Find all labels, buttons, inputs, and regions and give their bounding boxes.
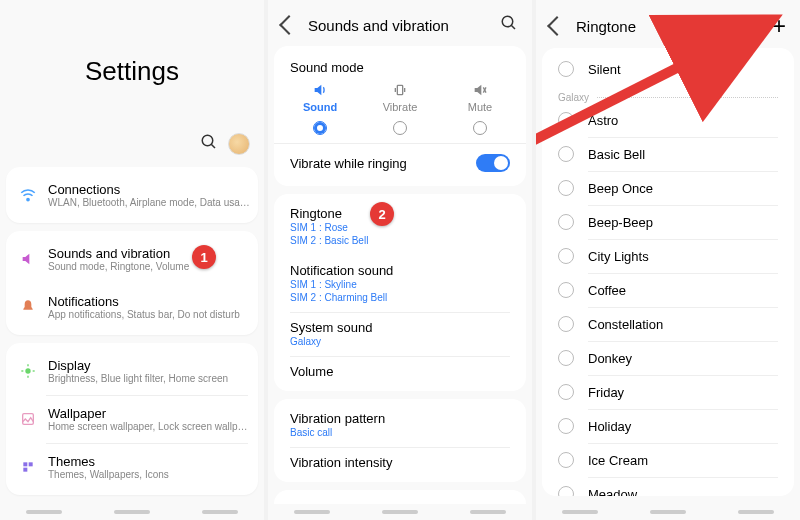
add-icon[interactable]: + <box>772 14 786 38</box>
wifi-icon <box>14 181 42 209</box>
row-subtitle: Brightness, Blue light filter, Home scre… <box>48 373 250 384</box>
nav-bar <box>536 504 800 520</box>
header-title: Ringtone <box>576 18 760 35</box>
item-system-sound[interactable]: System sound Galaxy <box>274 312 526 356</box>
profile-avatar[interactable] <box>228 133 250 155</box>
row-title: Sounds and vibration <box>48 246 250 261</box>
ringtone-screen: Ringtone + Silent Galaxy AstroBasic Bell… <box>536 0 800 520</box>
ringtone-row[interactable]: Basic Bell <box>542 137 794 171</box>
radio-icon[interactable] <box>558 61 574 77</box>
sound-mode-card: Sound mode Sound Vibrate Mute <box>274 46 526 186</box>
ringtone-row[interactable]: Ice Cream <box>542 443 794 477</box>
radio-icon[interactable] <box>558 282 574 298</box>
settings-row-themes[interactable]: Themes Themes, Wallpapers, Icons <box>6 443 258 491</box>
sounds-screen: Sounds and vibration Sound mode Sound Vi… <box>268 0 532 520</box>
ringtone-row[interactable]: Donkey <box>542 341 794 375</box>
svg-point-12 <box>502 16 513 27</box>
svg-point-3 <box>25 368 30 373</box>
notification-icon <box>14 293 42 321</box>
item-system-vibration-control[interactable]: System sound/vibration control <box>274 494 526 504</box>
settings-row-notifications[interactable]: Notifications App notifications, Status … <box>6 283 258 331</box>
row-title: Notifications <box>48 294 250 309</box>
settings-row-sounds[interactable]: Sounds and vibration Sound mode, Rington… <box>6 235 258 283</box>
item-vibration-intensity[interactable]: Vibration intensity <box>274 447 526 478</box>
back-icon[interactable] <box>279 15 299 35</box>
row-title: Display <box>48 358 250 373</box>
mode-vibrate[interactable]: Vibrate <box>360 81 440 137</box>
ringtone-row[interactable]: Meadow <box>542 477 794 496</box>
nav-bar <box>0 504 264 520</box>
row-title: Themes <box>48 454 250 469</box>
ringtone-row[interactable]: Astro <box>542 103 794 137</box>
row-subtitle: WLAN, Bluetooth, Airplane mode, Data usa… <box>48 197 250 208</box>
item-sub: SIM 1 : Rose SIM 2 : Basic Bell <box>290 221 510 247</box>
ringtone-row[interactable]: Holiday <box>542 409 794 443</box>
ringtone-row[interactable]: Beep Once <box>542 171 794 205</box>
radio-icon[interactable] <box>558 486 574 496</box>
svg-rect-14 <box>397 85 402 94</box>
item-volume[interactable]: Volume <box>274 356 526 387</box>
ringtone-row[interactable]: Beep-Beep <box>542 205 794 239</box>
vibrate-ringing-toggle[interactable] <box>476 154 510 172</box>
ringtone-row[interactable]: Coffee <box>542 273 794 307</box>
settings-row-connections[interactable]: Connections WLAN, Bluetooth, Airplane mo… <box>6 171 258 219</box>
step-badge-1: 1 <box>192 245 216 269</box>
radio-icon[interactable] <box>558 350 574 366</box>
settings-card-connections: Connections WLAN, Bluetooth, Airplane mo… <box>6 167 258 223</box>
row-subtitle: Sound mode, Ringtone, Volume <box>48 261 250 272</box>
ringtone-row[interactable]: Constellation <box>542 307 794 341</box>
themes-icon <box>14 453 42 481</box>
sound-mode-label: Sound mode <box>274 50 526 81</box>
radio-mute[interactable] <box>473 121 487 135</box>
nav-bar <box>268 504 532 520</box>
radio-icon[interactable] <box>558 452 574 468</box>
vibration-card: Vibration pattern Basic call Vibration i… <box>274 399 526 482</box>
settings-row-display[interactable]: Display Brightness, Blue light filter, H… <box>6 347 258 395</box>
vibrate-while-ringing-row[interactable]: Vibrate while ringing <box>274 143 526 182</box>
item-notification-sound[interactable]: Notification sound SIM 1 : Skyline SIM 2… <box>274 255 526 312</box>
radio-vibrate[interactable] <box>393 121 407 135</box>
wallpaper-icon <box>14 405 42 433</box>
radio-sound[interactable] <box>313 121 327 135</box>
back-icon[interactable] <box>547 16 567 36</box>
radio-icon[interactable] <box>558 180 574 196</box>
radio-icon[interactable] <box>558 214 574 230</box>
step-badge-2: 2 <box>370 202 394 226</box>
svg-rect-9 <box>23 462 27 466</box>
search-icon[interactable] <box>200 133 218 155</box>
settings-card-display-group: Display Brightness, Blue light filter, H… <box>6 343 258 495</box>
header-title: Sounds and vibration <box>308 17 488 34</box>
settings-screen: Settings Connections WLAN, Bluetooth, Ai… <box>0 0 264 520</box>
search-icon[interactable] <box>500 14 518 36</box>
svg-rect-11 <box>23 468 27 472</box>
svg-rect-10 <box>29 462 33 466</box>
radio-icon[interactable] <box>558 248 574 264</box>
sound-icon <box>14 245 42 273</box>
radio-icon[interactable] <box>558 112 574 128</box>
row-title: Wallpaper <box>48 406 250 421</box>
ringtone-row[interactable]: Friday <box>542 375 794 409</box>
toggle-label: Vibrate while ringing <box>290 156 407 171</box>
ringtone-row[interactable]: City Lights <box>542 239 794 273</box>
mode-mute[interactable]: Mute <box>440 81 520 137</box>
item-ringtone[interactable]: Ringtone SIM 1 : Rose SIM 2 : Basic Bell <box>274 198 526 255</box>
ringtone-row-silent[interactable]: Silent <box>542 52 794 86</box>
settings-card-sounds-notif: Sounds and vibration Sound mode, Rington… <box>6 231 258 335</box>
row-subtitle: App notifications, Status bar, Do not di… <box>48 309 250 320</box>
svg-point-0 <box>202 135 213 146</box>
svg-point-2 <box>27 198 29 200</box>
radio-icon[interactable] <box>558 418 574 434</box>
item-vibration-pattern[interactable]: Vibration pattern Basic call <box>274 403 526 447</box>
radio-icon[interactable] <box>558 146 574 162</box>
row-subtitle: Home screen wallpaper, Lock screen wallp… <box>48 421 250 432</box>
row-title: Connections <box>48 182 250 197</box>
section-galaxy: Galaxy <box>542 86 794 103</box>
row-subtitle: Themes, Wallpapers, Icons <box>48 469 250 480</box>
mode-sound[interactable]: Sound <box>280 81 360 137</box>
radio-icon[interactable] <box>558 384 574 400</box>
svg-line-13 <box>511 25 515 29</box>
ringtone-list-card: Silent Galaxy AstroBasic BellBeep OnceBe… <box>542 48 794 496</box>
settings-row-wallpaper[interactable]: Wallpaper Home screen wallpaper, Lock sc… <box>6 395 258 443</box>
radio-icon[interactable] <box>558 316 574 332</box>
system-sound-card: System sound/vibration control <box>274 490 526 504</box>
